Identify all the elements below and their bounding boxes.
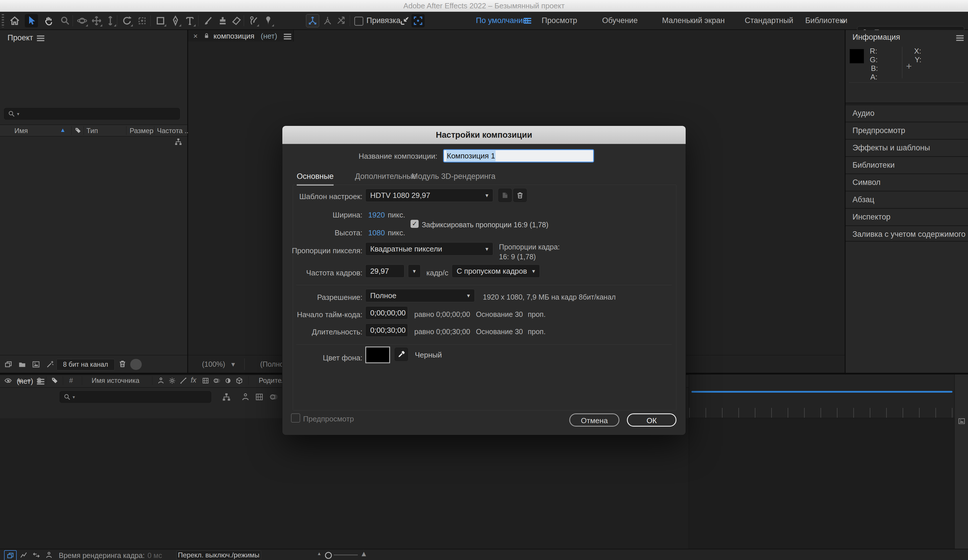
type-tool-button[interactable] xyxy=(183,14,197,27)
collapse-switch-icon[interactable] xyxy=(168,377,176,384)
graph-editor-icon[interactable] xyxy=(18,550,29,560)
workspace-tab-learn[interactable]: Обучение xyxy=(602,12,638,29)
comp-name-input[interactable]: Композиция 1 xyxy=(443,149,594,162)
project-search-input[interactable]: ▾ xyxy=(4,108,180,119)
trash-icon[interactable] xyxy=(118,360,127,368)
zoom-tool-button[interactable] xyxy=(58,14,72,27)
save-preset-button[interactable] xyxy=(499,189,512,202)
workspace-tab-small-screen[interactable]: Маленький экран xyxy=(662,12,725,29)
panel-tab-inspector[interactable]: Инспектор xyxy=(845,208,968,224)
motion-blur-switch-icon[interactable] xyxy=(213,377,220,384)
timeline-zoom-slider-track[interactable] xyxy=(333,555,358,555)
viewer-menu-icon[interactable] xyxy=(284,34,291,35)
swap-arrows-icon[interactable] xyxy=(31,550,42,560)
orbit-camera-tool-button[interactable] xyxy=(75,14,89,27)
toolbar-grip-handle[interactable] xyxy=(2,14,4,27)
time-ruler-ticks[interactable] xyxy=(689,408,955,418)
lock-aspect-checkbox[interactable]: ✓ xyxy=(411,220,419,228)
height-value[interactable]: 1080 xyxy=(368,229,385,237)
panel-tab-preview[interactable]: Предпросмотр xyxy=(845,121,968,138)
info-panel-tab[interactable]: Информация xyxy=(852,33,900,42)
column-size[interactable]: Размер xyxy=(130,127,154,135)
interpret-footage-icon[interactable] xyxy=(4,360,13,369)
shy-switch-icon[interactable] xyxy=(157,377,165,384)
bit-depth-button[interactable]: 8 бит на канал xyxy=(56,359,114,370)
timeline-zoom-slider-knob[interactable] xyxy=(325,552,332,559)
workspace-tab-review[interactable]: Просмотр xyxy=(542,12,577,29)
horizontal-scrollbar[interactable] xyxy=(691,391,953,393)
dialog-tab-basic[interactable]: Основные xyxy=(297,172,333,186)
label-color-column-icon[interactable] xyxy=(75,127,82,134)
project-flowchart-view-icon[interactable] xyxy=(174,138,182,146)
comp-flowchart-icon[interactable] xyxy=(222,393,231,402)
eyedropper-button[interactable] xyxy=(395,348,408,361)
cancel-button[interactable]: Отмена xyxy=(569,413,619,427)
source-name-column[interactable]: Имя источника xyxy=(91,376,139,384)
panel-tab-effects-presets[interactable]: Эффекты и шаблоны xyxy=(845,139,968,155)
duration-input[interactable]: 0;00;30;00 xyxy=(365,323,408,337)
snap-options-button[interactable] xyxy=(398,14,411,27)
label-column-icon[interactable] xyxy=(51,376,59,384)
start-timecode-input[interactable]: 0;00;00;00 xyxy=(365,306,408,320)
comp-mini-flowchart-icon[interactable] xyxy=(958,417,966,425)
quality-switch-icon[interactable] xyxy=(179,377,187,384)
shy-toggle-icon[interactable] xyxy=(241,393,250,402)
preset-dropdown[interactable]: HDTV 1080 29,97 ▾ xyxy=(365,189,493,202)
shy-person-icon[interactable] xyxy=(43,550,55,560)
rotation-tool-button[interactable] xyxy=(121,14,134,27)
eraser-tool-button[interactable] xyxy=(230,14,243,27)
workspace-overflow-chevron[interactable]: » xyxy=(840,12,845,29)
pan-camera-tool-button[interactable] xyxy=(90,14,103,27)
clone-stamp-tool-button[interactable] xyxy=(216,14,229,27)
workspace-menu-icon[interactable] xyxy=(524,18,531,19)
snapping-checkbox[interactable] xyxy=(354,17,363,26)
toggle-switches-modes-button[interactable]: Перекл. выключ./режимы xyxy=(176,550,261,560)
dialog-tab-3d-renderer[interactable]: Модуль 3D-рендеринга xyxy=(411,172,496,184)
panel-tab-audio[interactable]: Аудио xyxy=(845,104,968,121)
drop-frame-dropdown[interactable]: С пропуском кадров ▾ xyxy=(452,264,540,278)
zoom-in-mountain-icon[interactable]: ▲ xyxy=(360,549,368,558)
view-axis-mode-button[interactable] xyxy=(335,14,348,27)
column-name[interactable]: Имя xyxy=(15,127,28,135)
live-update-icon[interactable] xyxy=(4,550,17,560)
eye-column-icon[interactable] xyxy=(4,376,12,384)
lock-column-icon[interactable] xyxy=(35,376,43,384)
panel-tab-paragraph[interactable]: Абзац xyxy=(845,191,968,207)
frame-rate-input[interactable]: 29,97 xyxy=(365,264,404,278)
par-dropdown[interactable]: Квадратные пиксели ▾ xyxy=(365,242,493,255)
pen-tool-button[interactable] xyxy=(169,14,182,27)
project-panel-tab[interactable]: Проект xyxy=(8,33,33,42)
panel-tab-content-aware-fill[interactable]: Заливка с учетом содержимого xyxy=(845,225,968,242)
column-type[interactable]: Тип xyxy=(86,127,98,135)
timeline-search-input[interactable]: ▾ xyxy=(60,391,211,403)
adjust-icon[interactable] xyxy=(45,360,54,369)
info-panel-menu-icon[interactable] xyxy=(956,35,964,36)
workspace-tab-standard[interactable]: Стандартный xyxy=(745,12,793,29)
new-folder-icon[interactable] xyxy=(18,360,27,369)
panel-tab-character[interactable]: Символ xyxy=(845,174,968,190)
home-tool-button[interactable] xyxy=(8,14,22,27)
dolly-camera-tool-button[interactable] xyxy=(104,14,117,27)
new-composition-icon[interactable] xyxy=(31,360,40,369)
resolution-dropdown[interactable]: Полное ▾ xyxy=(365,289,475,302)
search-options-caret[interactable]: ▾ xyxy=(73,394,75,400)
column-framerate[interactable]: Частота ... xyxy=(157,127,191,135)
camera-tool-button[interactable] xyxy=(135,14,149,27)
workspace-tab-default[interactable]: По умолчанию xyxy=(476,12,529,29)
width-value[interactable]: 1920 xyxy=(368,210,385,220)
viewer-zoom-caret[interactable]: ▾ xyxy=(231,360,235,368)
hand-tool-button[interactable] xyxy=(42,14,55,27)
frame-blend-toggle-icon[interactable] xyxy=(255,393,264,402)
preview-checkbox[interactable] xyxy=(291,413,300,422)
region-of-interest-button[interactable] xyxy=(411,14,425,27)
viewer-active-tab[interactable]: × композиция (нет) xyxy=(188,30,294,41)
project-panel-menu-icon[interactable] xyxy=(37,35,45,36)
frame-blend-switch-icon[interactable] xyxy=(202,377,209,384)
bg-color-swatch[interactable] xyxy=(365,346,390,363)
viewer-zoom-value[interactable]: (100%) xyxy=(202,360,225,368)
delete-preset-button[interactable] xyxy=(513,189,527,202)
close-icon[interactable]: × xyxy=(193,31,197,41)
layer-number-column[interactable]: # xyxy=(69,376,73,384)
cube-3d-switch-icon[interactable] xyxy=(235,377,243,384)
frame-rate-dropdown-button[interactable]: ▾ xyxy=(408,264,421,278)
